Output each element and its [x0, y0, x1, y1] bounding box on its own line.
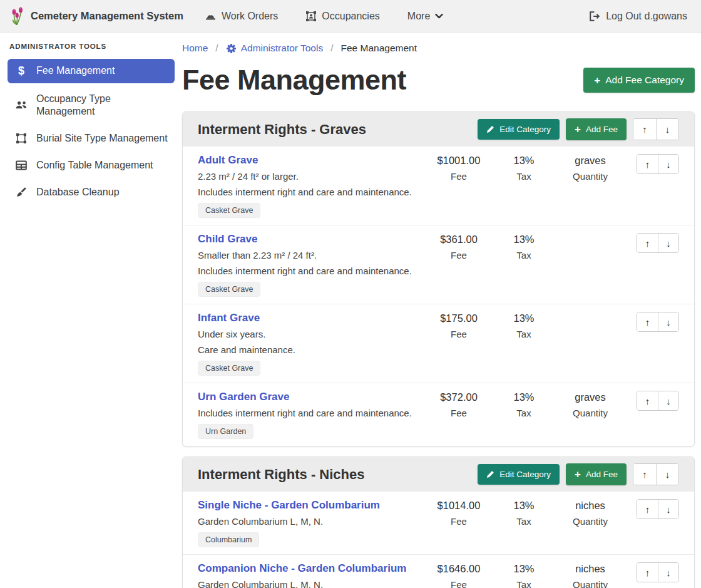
fee-name-link[interactable]: Single Niche - Garden Columbarium — [198, 499, 380, 512]
fee-name-link[interactable]: Infant Grave — [198, 312, 260, 324]
fee-description: Care and maintenance. — [198, 344, 425, 356]
category-reorder-group: ↑ ↓ — [633, 118, 679, 140]
fee-name-link[interactable]: Urn Garden Grave — [198, 391, 289, 403]
move-up-button[interactable]: ↑ — [637, 563, 658, 582]
occupancy-frame-icon — [305, 11, 317, 22]
nav-more-dropdown[interactable]: More — [407, 11, 443, 22]
move-down-button[interactable]: ↓ — [658, 234, 678, 252]
logout-label: Log Out d.gowans — [606, 11, 687, 22]
fee-reorder-group: ↑ ↓ — [637, 562, 679, 582]
fee-type-badge: Columbarium — [198, 532, 259, 547]
sidebar-item-label: Occupancy Type Management — [36, 93, 168, 118]
nav-more-label: More — [407, 11, 430, 22]
breadcrumb: Home / Administrator Tool — [182, 43, 695, 54]
fee-tax-col: 13%Tax — [493, 499, 555, 527]
nav-work-orders[interactable]: Work Orders — [205, 11, 278, 22]
breadcrumb-home-link[interactable]: Home — [182, 43, 208, 54]
breadcrumb-separator: / — [215, 43, 218, 54]
breadcrumb-admin-label: Administrator Tools — [241, 43, 324, 54]
fee-quantity-col: gravesQuantity — [555, 391, 625, 418]
edit-category-button[interactable]: Edit Category — [478, 119, 560, 140]
logout-icon — [588, 11, 600, 22]
fee-amount-col: $175.00Fee — [425, 312, 493, 339]
main-content: Home / Administrator Tool — [182, 33, 701, 588]
pencil-icon — [486, 125, 494, 133]
fee-description: 2.23 m² / 24 ft² or larger. — [198, 170, 425, 182]
gear-icon — [226, 43, 237, 54]
fee-type-badge: Casket Grave — [198, 203, 260, 218]
sidebar-item-config-table[interactable]: Config Table Management — [8, 154, 175, 177]
app-brand: Cemetery Management System — [9, 6, 183, 26]
breadcrumb-current: Fee Management — [341, 43, 417, 54]
fee-description: Garden Columbarium L, M, N, — [198, 579, 425, 588]
category-reorder-group: ↑ ↓ — [633, 463, 679, 485]
sidebar-item-database-cleanup[interactable]: Database Cleanup — [8, 181, 175, 204]
category-header: Interment Rights - Graves Edit Category … — [183, 112, 694, 147]
fee-amount-col: $1014.00Fee — [425, 499, 493, 527]
add-fee-button[interactable]: + Add Fee — [566, 463, 627, 485]
move-down-button[interactable]: ↓ — [658, 563, 678, 582]
fee-name-link[interactable]: Companion Niche - Garden Columbarium — [198, 562, 406, 575]
chevron-down-icon — [435, 13, 443, 19]
breadcrumb-admin-tools-link[interactable]: Administrator Tools — [226, 43, 324, 54]
move-down-button[interactable]: ↓ — [658, 500, 678, 518]
move-up-button[interactable]: ↑ — [637, 391, 658, 410]
fee-amount-col: $1001.00Fee — [425, 154, 493, 182]
fee-reorder-group: ↑ ↓ — [637, 391, 679, 411]
sidebar-item-occupancy-type[interactable]: Occupancy Type Management — [8, 88, 175, 123]
breadcrumb-separator: / — [330, 43, 333, 54]
fee-quantity-col: nichesQuantity — [555, 562, 625, 588]
hard-hat-icon — [205, 11, 217, 22]
move-up-button[interactable]: ↑ — [637, 155, 658, 173]
fee-row-urn-garden-grave: Urn Garden Grave Includes interment righ… — [183, 383, 694, 446]
move-up-button[interactable]: ↑ — [633, 464, 656, 485]
plus-icon: + — [575, 469, 581, 480]
fee-row-child-grave: Child Grave Smaller than 2.23 m² / 24 ft… — [183, 225, 694, 304]
move-down-button[interactable]: ↓ — [656, 464, 678, 485]
edit-category-button[interactable]: Edit Category — [478, 464, 560, 485]
add-fee-button[interactable]: + Add Fee — [566, 118, 627, 140]
move-down-button[interactable]: ↓ — [658, 312, 678, 331]
sidebar-item-label: Fee Management — [36, 64, 168, 77]
fee-description: Smaller than 2.23 m² / 24 ft². — [198, 249, 425, 261]
move-down-button[interactable]: ↓ — [658, 155, 678, 173]
move-up-button[interactable]: ↑ — [637, 312, 658, 331]
fee-name-link[interactable]: Adult Grave — [198, 154, 258, 167]
fee-amount-col: $372.00Fee — [425, 391, 493, 418]
nav-occupancies-label: Occupancies — [322, 11, 380, 22]
fee-row-companion-niche: Companion Niche - Garden Columbarium Gar… — [183, 554, 694, 588]
nav-occupancies[interactable]: Occupancies — [305, 11, 380, 22]
fee-row-adult-grave: Adult Grave 2.23 m² / 24 ft² or larger. … — [183, 147, 694, 225]
move-up-button[interactable]: ↑ — [637, 500, 658, 518]
category-header: Interment Rights - Niches Edit Category … — [183, 457, 694, 492]
tulip-logo-icon — [9, 6, 25, 26]
fee-reorder-group: ↑ ↓ — [637, 233, 679, 253]
plus-icon: + — [594, 75, 600, 86]
fee-name-link[interactable]: Child Grave — [198, 233, 257, 245]
sidebar-item-fee-management[interactable]: $ Fee Management — [8, 59, 175, 83]
fee-quantity-col: gravesQuantity — [555, 154, 625, 182]
sidebar-item-burial-site-type[interactable]: Burial Site Type Management — [8, 127, 175, 150]
sidebar-heading: ADMINISTRATOR TOOLS — [9, 43, 173, 50]
fee-reorder-group: ↑ ↓ — [637, 154, 679, 174]
people-icon — [15, 100, 28, 110]
admin-tools-sidebar: ADMINISTRATOR TOOLS $ Fee Management Occ… — [0, 33, 182, 208]
add-fee-category-button[interactable]: + Add Fee Category — [583, 68, 695, 93]
app-title: Cemetery Management System — [31, 10, 183, 22]
move-down-button[interactable]: ↓ — [658, 391, 678, 410]
logout-button[interactable]: Log Out d.gowans — [588, 11, 687, 22]
sidebar-item-label: Config Table Management — [36, 159, 168, 172]
top-navbar: Cemetery Management System Work Orders O… — [0, 0, 701, 33]
fee-reorder-group: ↑ ↓ — [637, 499, 679, 519]
move-down-button[interactable]: ↓ — [656, 119, 678, 140]
plus-icon: + — [575, 124, 581, 135]
move-up-button[interactable]: ↑ — [637, 234, 658, 252]
fee-description: Garden Columbarium L, M, N. — [198, 515, 425, 527]
dollar-icon: $ — [18, 64, 24, 78]
broom-icon — [16, 187, 27, 198]
fee-tax-col: 13%Tax — [493, 562, 555, 588]
move-up-button[interactable]: ↑ — [633, 119, 656, 140]
fee-tax-col: 13%Tax — [493, 312, 555, 339]
nav-work-orders-label: Work Orders — [222, 11, 278, 22]
fee-description: Includes interment right and care and ma… — [198, 407, 425, 419]
